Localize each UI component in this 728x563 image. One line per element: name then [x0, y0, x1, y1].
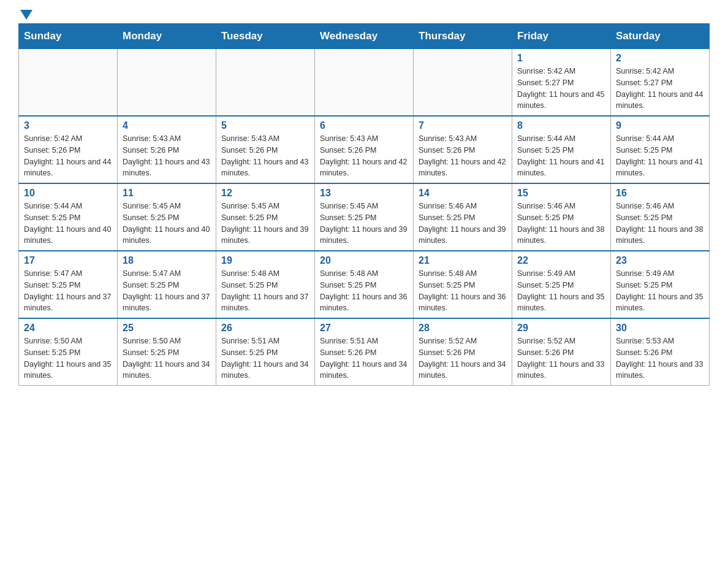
day-info: Sunrise: 5:48 AMSunset: 5:25 PMDaylight:…: [419, 268, 507, 314]
calendar-week-row: 24Sunrise: 5:50 AMSunset: 5:25 PMDayligh…: [19, 318, 710, 386]
day-info: Sunrise: 5:47 AMSunset: 5:25 PMDaylight:…: [123, 268, 211, 314]
calendar-cell: 24Sunrise: 5:50 AMSunset: 5:25 PMDayligh…: [19, 318, 118, 386]
day-info: Sunrise: 5:46 AMSunset: 5:25 PMDaylight:…: [616, 201, 704, 247]
day-number: 9: [616, 120, 704, 131]
day-number: 24: [24, 323, 112, 334]
day-number: 1: [517, 53, 605, 64]
calendar-cell: 7Sunrise: 5:43 AMSunset: 5:26 PMDaylight…: [414, 116, 512, 183]
day-number: 5: [221, 120, 309, 131]
header-sunday: Sunday: [19, 24, 118, 49]
day-number: 6: [320, 120, 408, 131]
calendar-cell: 18Sunrise: 5:47 AMSunset: 5:25 PMDayligh…: [118, 251, 216, 318]
day-number: 11: [123, 188, 211, 199]
day-number: 13: [320, 188, 408, 199]
day-info: Sunrise: 5:52 AMSunset: 5:26 PMDaylight:…: [517, 335, 605, 381]
header-thursday: Thursday: [414, 24, 512, 49]
header-wednesday: Wednesday: [315, 24, 414, 49]
calendar-cell: 20Sunrise: 5:48 AMSunset: 5:25 PMDayligh…: [315, 251, 414, 318]
header-friday: Friday: [512, 24, 611, 49]
day-number: 19: [221, 255, 309, 266]
day-number: 26: [221, 323, 309, 334]
calendar-cell: 9Sunrise: 5:44 AMSunset: 5:25 PMDaylight…: [611, 116, 710, 183]
day-number: 30: [616, 323, 704, 334]
day-number: 3: [24, 120, 112, 131]
day-info: Sunrise: 5:45 AMSunset: 5:25 PMDaylight:…: [123, 201, 211, 247]
day-number: 22: [517, 255, 605, 266]
day-number: 18: [123, 255, 211, 266]
calendar-week-row: 10Sunrise: 5:44 AMSunset: 5:25 PMDayligh…: [19, 183, 710, 251]
day-info: Sunrise: 5:45 AMSunset: 5:25 PMDaylight:…: [221, 201, 309, 247]
day-info: Sunrise: 5:50 AMSunset: 5:25 PMDaylight:…: [24, 335, 112, 381]
calendar-cell: [118, 49, 216, 117]
calendar-cell: 29Sunrise: 5:52 AMSunset: 5:26 PMDayligh…: [512, 318, 611, 386]
calendar-cell: [216, 49, 315, 117]
calendar-cell: 30Sunrise: 5:53 AMSunset: 5:26 PMDayligh…: [611, 318, 710, 386]
day-info: Sunrise: 5:49 AMSunset: 5:25 PMDaylight:…: [517, 268, 605, 314]
header-monday: Monday: [118, 24, 216, 49]
day-info: Sunrise: 5:46 AMSunset: 5:25 PMDaylight:…: [517, 201, 605, 247]
day-number: 21: [419, 255, 507, 266]
day-info: Sunrise: 5:42 AMSunset: 5:27 PMDaylight:…: [517, 66, 605, 112]
day-info: Sunrise: 5:46 AMSunset: 5:25 PMDaylight:…: [419, 201, 507, 247]
day-number: 17: [24, 255, 112, 266]
day-info: Sunrise: 5:51 AMSunset: 5:26 PMDaylight:…: [320, 335, 408, 381]
day-number: 25: [123, 323, 211, 334]
logo: [18, 12, 32, 17]
calendar-table: SundayMondayTuesdayWednesdayThursdayFrid…: [18, 23, 710, 386]
calendar-cell: [315, 49, 414, 117]
calendar-cell: 19Sunrise: 5:48 AMSunset: 5:25 PMDayligh…: [216, 251, 315, 318]
day-number: 16: [616, 188, 704, 199]
calendar-cell: 5Sunrise: 5:43 AMSunset: 5:26 PMDaylight…: [216, 116, 315, 183]
day-info: Sunrise: 5:43 AMSunset: 5:26 PMDaylight:…: [123, 133, 211, 179]
calendar-cell: 11Sunrise: 5:45 AMSunset: 5:25 PMDayligh…: [118, 183, 216, 251]
calendar-week-row: 1Sunrise: 5:42 AMSunset: 5:27 PMDaylight…: [19, 49, 710, 117]
calendar-cell: 3Sunrise: 5:42 AMSunset: 5:26 PMDaylight…: [19, 116, 118, 183]
page-header: [18, 12, 710, 17]
calendar-cell: 28Sunrise: 5:52 AMSunset: 5:26 PMDayligh…: [414, 318, 512, 386]
day-number: 10: [24, 188, 112, 199]
day-info: Sunrise: 5:48 AMSunset: 5:25 PMDaylight:…: [320, 268, 408, 314]
calendar-cell: 6Sunrise: 5:43 AMSunset: 5:26 PMDaylight…: [315, 116, 414, 183]
calendar-cell: 8Sunrise: 5:44 AMSunset: 5:25 PMDaylight…: [512, 116, 611, 183]
calendar-cell: [414, 49, 512, 117]
calendar-cell: 2Sunrise: 5:42 AMSunset: 5:27 PMDaylight…: [611, 49, 710, 117]
day-number: 27: [320, 323, 408, 334]
calendar-week-row: 3Sunrise: 5:42 AMSunset: 5:26 PMDaylight…: [19, 116, 710, 183]
day-info: Sunrise: 5:44 AMSunset: 5:25 PMDaylight:…: [616, 133, 704, 179]
day-number: 12: [221, 188, 309, 199]
day-info: Sunrise: 5:49 AMSunset: 5:25 PMDaylight:…: [616, 268, 704, 314]
calendar-cell: 21Sunrise: 5:48 AMSunset: 5:25 PMDayligh…: [414, 251, 512, 318]
day-info: Sunrise: 5:42 AMSunset: 5:27 PMDaylight:…: [616, 66, 704, 112]
day-info: Sunrise: 5:50 AMSunset: 5:25 PMDaylight:…: [123, 335, 211, 381]
calendar-cell: 26Sunrise: 5:51 AMSunset: 5:25 PMDayligh…: [216, 318, 315, 386]
day-info: Sunrise: 5:52 AMSunset: 5:26 PMDaylight:…: [419, 335, 507, 381]
day-info: Sunrise: 5:44 AMSunset: 5:25 PMDaylight:…: [517, 133, 605, 179]
calendar-cell: 10Sunrise: 5:44 AMSunset: 5:25 PMDayligh…: [19, 183, 118, 251]
day-info: Sunrise: 5:45 AMSunset: 5:25 PMDaylight:…: [320, 201, 408, 247]
day-info: Sunrise: 5:43 AMSunset: 5:26 PMDaylight:…: [419, 133, 507, 179]
calendar-cell: 27Sunrise: 5:51 AMSunset: 5:26 PMDayligh…: [315, 318, 414, 386]
calendar-cell: 16Sunrise: 5:46 AMSunset: 5:25 PMDayligh…: [611, 183, 710, 251]
day-number: 8: [517, 120, 605, 131]
day-info: Sunrise: 5:47 AMSunset: 5:25 PMDaylight:…: [24, 268, 112, 314]
calendar-cell: 15Sunrise: 5:46 AMSunset: 5:25 PMDayligh…: [512, 183, 611, 251]
day-number: 2: [616, 53, 704, 64]
day-number: 28: [419, 323, 507, 334]
day-number: 15: [517, 188, 605, 199]
day-number: 20: [320, 255, 408, 266]
day-number: 4: [123, 120, 211, 131]
day-number: 29: [517, 323, 605, 334]
calendar-cell: 14Sunrise: 5:46 AMSunset: 5:25 PMDayligh…: [414, 183, 512, 251]
day-info: Sunrise: 5:43 AMSunset: 5:26 PMDaylight:…: [320, 133, 408, 179]
header-saturday: Saturday: [611, 24, 710, 49]
calendar-cell: 25Sunrise: 5:50 AMSunset: 5:25 PMDayligh…: [118, 318, 216, 386]
day-number: 14: [419, 188, 507, 199]
calendar-cell: 1Sunrise: 5:42 AMSunset: 5:27 PMDaylight…: [512, 49, 611, 117]
day-info: Sunrise: 5:51 AMSunset: 5:25 PMDaylight:…: [221, 335, 309, 381]
calendar-week-row: 17Sunrise: 5:47 AMSunset: 5:25 PMDayligh…: [19, 251, 710, 318]
day-info: Sunrise: 5:53 AMSunset: 5:26 PMDaylight:…: [616, 335, 704, 381]
calendar-cell: 13Sunrise: 5:45 AMSunset: 5:25 PMDayligh…: [315, 183, 414, 251]
day-info: Sunrise: 5:42 AMSunset: 5:26 PMDaylight:…: [24, 133, 112, 179]
day-info: Sunrise: 5:43 AMSunset: 5:26 PMDaylight:…: [221, 133, 309, 179]
calendar-cell: 23Sunrise: 5:49 AMSunset: 5:25 PMDayligh…: [611, 251, 710, 318]
